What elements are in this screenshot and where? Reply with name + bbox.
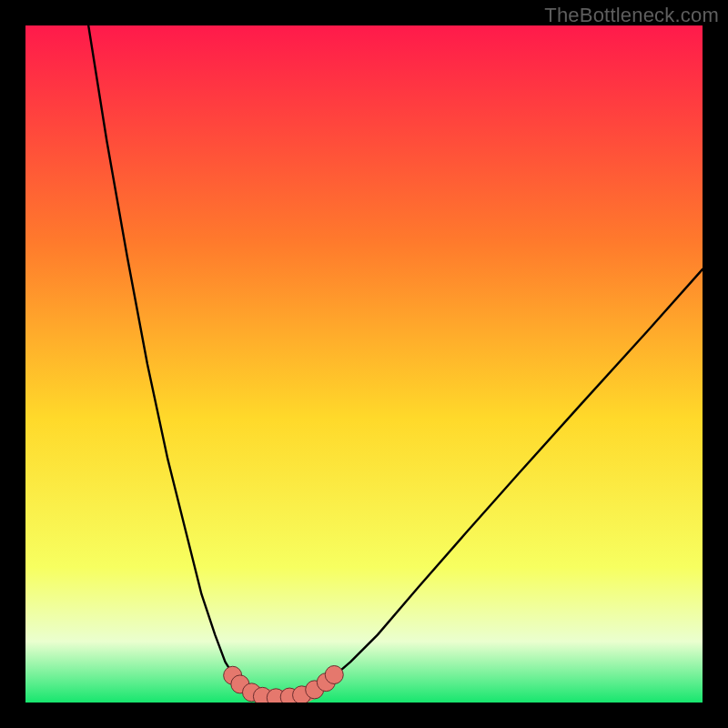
- curve-marker: [325, 666, 343, 684]
- chart-frame: TheBottleneck.com: [0, 0, 728, 728]
- gradient-background: [25, 25, 703, 703]
- bottleneck-chart: [25, 25, 703, 703]
- watermark-text: TheBottleneck.com: [544, 4, 719, 27]
